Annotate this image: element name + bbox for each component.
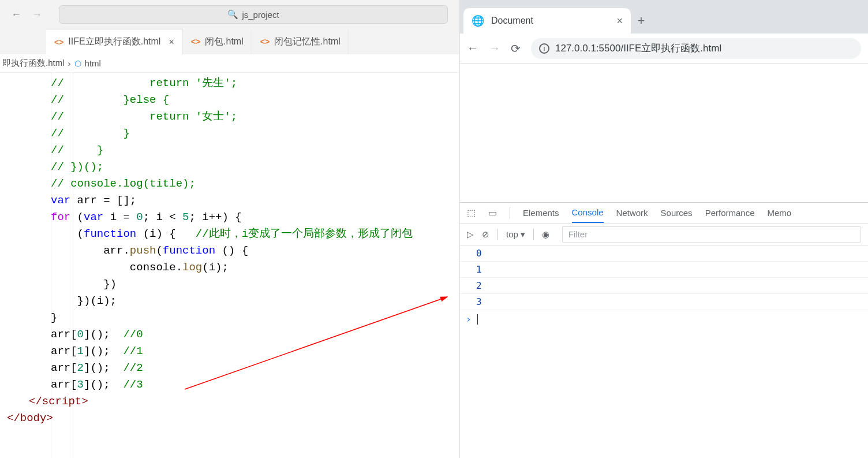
code-line: arr[1](); //1 — [0, 343, 459, 360]
nav-back-button[interactable]: ← — [8, 6, 24, 23]
address-bar[interactable]: i 127.0.0.1:5500/IIFE立即执行函数.html — [531, 38, 861, 59]
code-line: </body> — [0, 410, 459, 427]
divider — [533, 229, 534, 240]
code-line: arr[0](); //0 — [0, 326, 459, 343]
browser-tabbar: 🌐 Document × + — [460, 0, 868, 33]
tab-sources[interactable]: Sources — [661, 208, 693, 218]
tab-closure-memo[interactable]: <> 闭包记忆性.html — [252, 29, 349, 54]
browser-back-button[interactable]: ← — [467, 42, 478, 55]
search-text: js_project — [242, 10, 279, 20]
browser-forward-button[interactable]: → — [489, 42, 500, 55]
code-line: // return '先生'; — [51, 77, 237, 90]
code-line: // }else { — [51, 94, 169, 106]
tab-label: 闭包.html — [205, 36, 244, 48]
inspect-icon[interactable]: ⬚ — [467, 207, 476, 218]
chevron-right-icon: › — [466, 314, 472, 325]
code-line: // })(); — [51, 161, 103, 173]
console-line: 1 — [460, 262, 868, 278]
html-file-icon: <> — [54, 38, 63, 47]
divider — [510, 207, 510, 219]
tab-memory[interactable]: Memo — [768, 208, 792, 218]
chevron-down-icon: ▾ — [521, 229, 525, 240]
devtools-tabs: ⬚ ▭ Elements Console Network Sources Per… — [460, 203, 868, 224]
close-icon[interactable]: × — [169, 37, 174, 47]
vscode-topbar: ← → 🔍 js_project — [0, 0, 459, 29]
browser-tab-title: Document — [491, 16, 533, 26]
context-selector[interactable]: top ▾ — [506, 229, 525, 240]
tab-network[interactable]: Network — [616, 208, 648, 218]
code-line: console.log(i); — [0, 259, 459, 276]
editor-tabs: <> IIFE立即执行函数.html × <> 闭包.html <> 闭包记忆性… — [0, 29, 459, 54]
live-expression-icon[interactable]: ◉ — [542, 229, 549, 240]
play-icon[interactable]: ▷ — [467, 229, 474, 240]
code-line: (function (i) { //此时，i变成了一个局部参数，形成了闭包 — [0, 226, 459, 243]
command-center[interactable]: 🔍 js_project — [59, 5, 448, 24]
close-icon[interactable]: × — [616, 15, 623, 27]
code-editor[interactable]: // return '先生'; // }else { // return '女士… — [0, 73, 459, 458]
search-icon: 🔍 — [227, 9, 238, 20]
html-file-icon: <> — [191, 37, 200, 46]
code-line: // } — [51, 127, 130, 140]
devtools: ⬚ ▭ Elements Console Network Sources Per… — [460, 202, 868, 458]
console-toolbar: ▷ ⊘ top ▾ ◉ Filter — [460, 224, 868, 245]
breadcrumb-file: 即执行函数.html — [2, 58, 65, 69]
code-line: arr[2](); //2 — [0, 360, 459, 377]
code-line: // } — [51, 144, 103, 157]
symbol-icon: ⬡ — [74, 59, 81, 68]
tab-label: 闭包记忆性.html — [274, 36, 341, 48]
code-line: // console.log(title); — [51, 177, 196, 190]
code-line: arr[3](); //3 — [0, 377, 459, 393]
nav-forward-button[interactable]: → — [29, 6, 45, 23]
code-line: arr.push(function () { — [0, 243, 459, 259]
code-line: }) — [0, 276, 459, 293]
code-line: } — [0, 310, 459, 326]
vscode-window: ← → 🔍 js_project <> IIFE立即执行函数.html × <>… — [0, 0, 459, 458]
filter-input[interactable]: Filter — [562, 226, 861, 243]
divider — [497, 229, 498, 240]
tab-label: IIFE立即执行函数.html — [68, 36, 160, 48]
tab-elements[interactable]: Elements — [523, 208, 559, 218]
tab-performance[interactable]: Performance — [705, 208, 755, 218]
browser-window: 🌐 Document × + ← → ⟳ i 127.0.0.1:5500/II… — [459, 0, 868, 458]
new-tab-button[interactable]: + — [631, 8, 652, 33]
tab-closure[interactable]: <> 闭包.html — [183, 29, 252, 54]
code-line: for (var i = 0; i < 5; i++) { — [0, 209, 459, 226]
console-line: 0 — [460, 245, 868, 262]
browser-toolbar: ← → ⟳ i 127.0.0.1:5500/IIFE立即执行函数.html — [460, 33, 868, 64]
clear-console-icon[interactable]: ⊘ — [482, 229, 489, 240]
device-toggle-icon[interactable]: ▭ — [488, 207, 497, 218]
browser-tab[interactable]: 🌐 Document × — [463, 8, 631, 33]
tab-console[interactable]: Console — [572, 203, 604, 223]
browser-reload-button[interactable]: ⟳ — [511, 42, 521, 55]
site-info-icon[interactable]: i — [539, 43, 549, 54]
breadcrumb-symbol: html — [85, 58, 101, 68]
code-line: </script> — [0, 393, 459, 410]
cursor — [477, 314, 478, 325]
code-line: // return '女士'; — [51, 110, 237, 123]
console-output: 0 1 2 3 › — [460, 245, 868, 458]
console-prompt[interactable]: › — [460, 310, 868, 328]
page-content — [460, 64, 868, 202]
code-line: })(i); — [0, 293, 459, 310]
code-line: var arr = []; — [0, 192, 459, 209]
tab-iife[interactable]: <> IIFE立即执行函数.html × — [46, 29, 183, 54]
url-text: 127.0.0.1:5500/IIFE立即执行函数.html — [555, 42, 721, 55]
globe-icon: 🌐 — [472, 14, 484, 27]
breadcrumb-sep: › — [68, 58, 71, 68]
console-line: 2 — [460, 278, 868, 294]
breadcrumb[interactable]: 即执行函数.html › ⬡ html — [0, 54, 459, 73]
html-file-icon: <> — [260, 37, 270, 46]
console-line: 3 — [460, 294, 868, 310]
